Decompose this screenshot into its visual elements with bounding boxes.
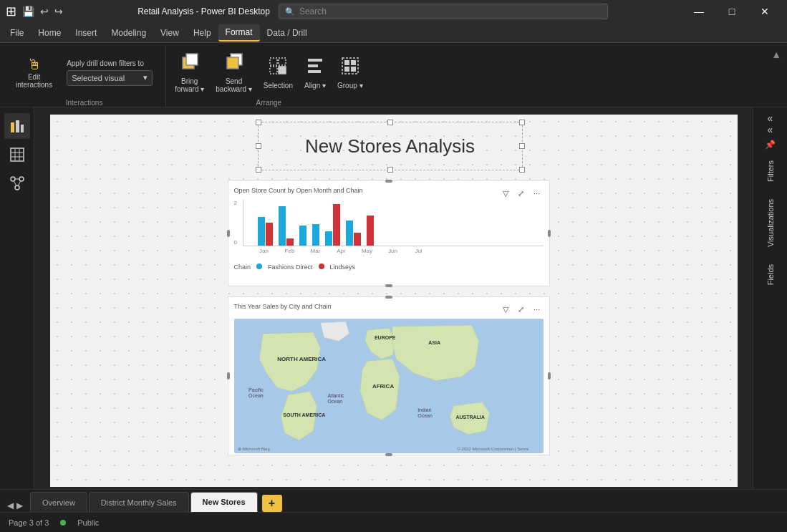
minimize-button[interactable]: —	[682, 0, 715, 23]
add-page-button[interactable]: +	[262, 495, 282, 512]
x-label-jan: Jan	[257, 248, 271, 254]
menu-insert[interactable]: Insert	[68, 25, 104, 41]
bars-container	[243, 200, 544, 246]
map-expand-icon[interactable]: ⤢	[515, 303, 528, 316]
title-visual[interactable]: New Stores Analysis	[258, 122, 523, 170]
group-button[interactable]: Group ▾	[333, 53, 367, 92]
search-icon: 🔍	[285, 7, 295, 16]
svg-rect-6	[270, 67, 277, 74]
bar-chart-filter-icon[interactable]: ▽	[499, 187, 512, 200]
tab-district-monthly-sales[interactable]: District Monthly Sales	[89, 492, 189, 512]
map-resize-bottom[interactable]	[385, 453, 392, 456]
edit-interactions-button[interactable]: 🖱 Editinteractions	[10, 54, 58, 92]
bar-jan-red	[266, 223, 273, 246]
filters-panel-button[interactable]: Filters	[763, 155, 778, 188]
legend-lindseys-dot	[319, 263, 324, 269]
x-label-may: May	[360, 248, 375, 254]
x-label-feb: Feb	[283, 248, 297, 254]
left-panel	[0, 107, 34, 489]
ribbon-collapse-button[interactable]: ▲	[771, 49, 781, 60]
bar-group-apr	[312, 224, 319, 246]
fields-panel-button[interactable]: Fields	[763, 258, 778, 291]
ribbon-interactions-group: 🖱 Editinteractions Apply drill down filt…	[6, 46, 166, 108]
save-icon[interactable]: 💾	[22, 6, 34, 17]
visualizations-panel-button[interactable]: Visualizations	[763, 193, 778, 253]
svg-rect-8	[308, 59, 322, 62]
panel-collapse-all-button[interactable]: «	[768, 113, 773, 123]
redo-icon[interactable]: ↪	[54, 6, 63, 17]
menu-data-drill[interactable]: Data / Drill	[260, 25, 314, 41]
tabs-nav: ◀ ▶	[6, 499, 24, 512]
undo-icon[interactable]: ↩	[40, 6, 49, 17]
selection-button[interactable]: Selection	[259, 53, 297, 92]
menu-file[interactable]: File	[3, 25, 31, 41]
model-view-icon[interactable]	[4, 170, 30, 196]
search-box[interactable]: 🔍 Search	[279, 4, 608, 19]
tab-prev-button[interactable]: ◀	[6, 499, 15, 512]
tab-district-label: District Monthly Sales	[101, 498, 177, 507]
svg-point-24	[11, 177, 15, 181]
svg-rect-7	[279, 67, 286, 74]
bar-group-mar	[299, 226, 306, 246]
apply-drill-dropdown[interactable]: Selected visual ▾	[67, 70, 153, 86]
bar-may-red	[333, 204, 340, 246]
resize-top-handle[interactable]	[385, 180, 392, 183]
menu-bar: File Home Insert Modeling View Help Form…	[0, 23, 787, 43]
menu-modeling[interactable]: Modeling	[104, 25, 153, 41]
bring-forward-button[interactable]: Bringforward ▾	[170, 49, 208, 96]
send-backward-button[interactable]: Sendbackward ▾	[211, 49, 256, 96]
bar-group-feb	[279, 206, 294, 246]
svg-text:© 2022 Microsoft Corporation |: © 2022 Microsoft Corporation | Terms	[457, 447, 528, 451]
bar-chart-title: Open Store Count by Open Month and Chain	[234, 187, 363, 194]
svg-rect-17	[16, 120, 19, 132]
report-view-icon[interactable]	[4, 113, 30, 139]
map-resize-left[interactable]	[227, 372, 230, 379]
bar-chart-more-icon[interactable]: ···	[531, 187, 544, 200]
map-resize-right[interactable]	[548, 372, 551, 379]
panel-collapse-button[interactable]: «	[768, 125, 773, 135]
x-axis-labels: Jan Feb Mar Apr May Jun Jul	[243, 248, 544, 254]
group-label: Group ▾	[337, 82, 363, 90]
svg-text:NORTH AMERICA: NORTH AMERICA	[277, 356, 326, 362]
title-bar-controls: — □ ✕	[682, 0, 781, 23]
svg-rect-18	[21, 125, 24, 132]
bar-jan-blue	[258, 217, 265, 246]
status-bar: Page 3 of 3 Public	[0, 512, 787, 532]
tab-overview[interactable]: Overview	[30, 492, 87, 512]
menu-view[interactable]: View	[153, 25, 186, 41]
ribbon-interactions-items: 🖱 Editinteractions Apply drill down filt…	[10, 47, 158, 97]
maximize-button[interactable]: □	[715, 0, 748, 23]
menu-format[interactable]: Format	[218, 24, 260, 42]
map-filter-icon[interactable]: ▽	[499, 303, 512, 316]
x-label-jul: Jul	[412, 248, 426, 254]
tab-next-button[interactable]: ▶	[15, 499, 24, 512]
title-bar: ⊞ 💾 ↩ ↪ Retail Analysis - Power BI Deskt…	[0, 0, 787, 23]
world-map-svg: NORTH AMERICA EUROPE ASIA Pacific Ocean …	[234, 319, 544, 453]
bar-group-jun	[346, 221, 361, 246]
align-button[interactable]: Align ▾	[300, 53, 330, 92]
svg-text:Atlantic: Atlantic	[327, 393, 344, 398]
menu-help[interactable]: Help	[186, 25, 218, 41]
close-button[interactable]: ✕	[748, 0, 781, 23]
map-resize-top[interactable]	[385, 296, 392, 299]
tab-new-stores[interactable]: New Stores	[190, 492, 258, 512]
map-visual[interactable]: This Year Sales by City and Chain ▽ ⤢ ··…	[228, 296, 550, 455]
menu-home[interactable]: Home	[31, 25, 68, 41]
map-more-icon[interactable]: ···	[531, 303, 544, 316]
resize-right-handle[interactable]	[548, 230, 551, 237]
bar-chart-expand-icon[interactable]: ⤢	[515, 187, 528, 200]
canvas-scroll[interactable]: New Stores Analysis Open Store Count by …	[34, 107, 753, 489]
canvas-area[interactable]: New Stores Analysis Open Store Count by …	[34, 107, 753, 489]
map-actions: ▽ ⤢ ···	[499, 303, 544, 316]
bar-group-jan	[258, 217, 273, 246]
page-info: Page 3 of 3	[9, 518, 49, 527]
send-backward-icon	[224, 52, 244, 76]
chart-legend: Chain Fashions Direct Lindseys	[234, 263, 544, 271]
resize-left-handle[interactable]	[227, 230, 230, 237]
bar-jun-blue	[346, 221, 353, 246]
panel-pin-button[interactable]: 📌	[765, 140, 776, 149]
resize-bottom-handle[interactable]	[385, 284, 392, 287]
bar-chart-visual[interactable]: Open Store Count by Open Month and Chain…	[228, 180, 550, 286]
svg-rect-15	[351, 67, 356, 72]
data-view-icon[interactable]	[4, 142, 30, 168]
